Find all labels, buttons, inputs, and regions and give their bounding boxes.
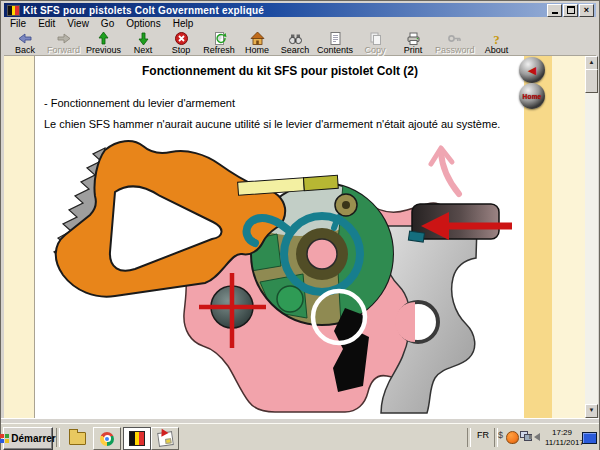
- menu-edit[interactable]: Edit: [32, 18, 61, 29]
- display-tray-icon[interactable]: [582, 432, 597, 444]
- lower-pin: [277, 286, 303, 312]
- menu-file[interactable]: File: [4, 18, 32, 29]
- previous-button[interactable]: Previous: [83, 30, 124, 55]
- quicklaunch-help-app-button[interactable]: [123, 427, 151, 450]
- top-pin-center: [342, 201, 350, 209]
- arrow-down-icon: [136, 31, 151, 45]
- restore-icon: [567, 6, 575, 14]
- restore-button[interactable]: [563, 4, 578, 17]
- minimize-icon: [552, 12, 558, 14]
- binoculars-icon: [288, 31, 303, 45]
- document-page: Fonctionnement du kit SFS pour pistolet …: [34, 56, 525, 418]
- stop-button[interactable]: Stop: [162, 30, 200, 55]
- tray-divider-left: [467, 428, 471, 447]
- start-label: Démarrer: [11, 433, 55, 444]
- tray-date: 11/11/2017: [545, 438, 579, 448]
- start-button[interactable]: Démarrer: [3, 427, 53, 450]
- scroll-up-button[interactable]: ▲: [585, 56, 598, 70]
- toolbar: Back Forward Previous Next Stop Refresh …: [4, 30, 596, 56]
- rotation-arrow: [431, 148, 459, 194]
- taskbar: Démarrer FR $ 17:29 11/11/2017: [1, 423, 599, 450]
- password-button[interactable]: Password: [432, 30, 478, 55]
- printer-icon: [406, 31, 421, 45]
- close-button[interactable]: ×: [579, 4, 594, 17]
- tray-currency-icon[interactable]: $: [498, 430, 503, 440]
- desktop-screen: Kit SFS pour pistolets Colt Government e…: [0, 0, 600, 450]
- arrow-up-icon: [96, 31, 111, 45]
- back-button[interactable]: Back: [6, 30, 44, 55]
- about-button[interactable]: ? About: [478, 30, 516, 55]
- minimize-button[interactable]: [547, 4, 562, 17]
- belgian-flag-app-icon: [129, 431, 145, 446]
- red-back-arrow-icon: ◀: [528, 65, 536, 76]
- body-line-1: - Fonctionnement du levier d'armement: [44, 97, 235, 109]
- chrome-icon: [100, 432, 114, 446]
- vertical-scrollbar[interactable]: ▲ ▼: [585, 56, 598, 418]
- body-line-2: Le chien SFS hammer n'aurait aucune util…: [44, 118, 500, 130]
- tray-time: 17:29: [545, 428, 579, 438]
- forward-icon: [56, 31, 71, 45]
- svg-text:?: ?: [493, 31, 500, 46]
- print-button[interactable]: Print: [394, 30, 432, 55]
- round-home-button[interactable]: Home: [519, 83, 545, 109]
- menu-bar: File Edit View Go Options Help: [4, 17, 596, 30]
- axle-hole: [307, 239, 337, 269]
- quicklaunch-folder-button[interactable]: [63, 427, 91, 450]
- scrollbar-thumb[interactable]: [585, 69, 598, 93]
- thumb-pad: [412, 204, 499, 239]
- menu-view[interactable]: View: [61, 18, 95, 29]
- quicklaunch-setup-button[interactable]: [151, 427, 179, 450]
- quicklaunch-chrome-button[interactable]: [93, 427, 121, 450]
- menu-options[interactable]: Options: [120, 18, 166, 29]
- scroll-down-button[interactable]: ▼: [585, 404, 598, 418]
- home-button[interactable]: Home: [238, 30, 276, 55]
- refresh-button[interactable]: Refresh: [200, 30, 238, 55]
- menu-help[interactable]: Help: [167, 18, 200, 29]
- stop-icon: [174, 31, 189, 45]
- contents-icon: [328, 31, 343, 45]
- forward-button[interactable]: Forward: [44, 30, 83, 55]
- gold-margin-strip: [524, 56, 552, 418]
- language-indicator[interactable]: FR: [473, 430, 493, 440]
- copy-button[interactable]: Copy: [356, 30, 394, 55]
- search-button[interactable]: Search: [276, 30, 314, 55]
- round-home-label: Home: [523, 93, 542, 100]
- folder-icon: [69, 432, 86, 445]
- app-icon: [7, 5, 20, 16]
- antivirus-tray-icon[interactable]: [506, 431, 519, 444]
- windows-logo-icon: [0, 434, 9, 444]
- content-area: Fonctionnement du kit SFS pour pistolet …: [4, 56, 596, 418]
- round-back-button[interactable]: ◀: [519, 57, 545, 83]
- cream-margin-strip: [552, 56, 585, 418]
- key-icon: [447, 31, 462, 45]
- menu-go[interactable]: Go: [95, 18, 120, 29]
- taskbar-divider: [56, 428, 60, 447]
- tray-clock[interactable]: 17:29 11/11/2017: [545, 428, 579, 448]
- window-title: Kit SFS pour pistolets Colt Government e…: [23, 5, 546, 16]
- titlebar: Kit SFS pour pistolets Colt Government e…: [4, 3, 596, 17]
- setup-page-icon: [157, 431, 174, 447]
- page-title: Fonctionnement du kit SFS pour pistolet …: [35, 64, 525, 78]
- copy-icon: [368, 31, 383, 45]
- next-button[interactable]: Next: [124, 30, 162, 55]
- home-icon: [250, 31, 265, 45]
- teal-pin: [408, 231, 424, 242]
- refresh-icon: [212, 31, 227, 45]
- pistol-mechanism-diagram: [35, 134, 525, 416]
- volume-tray-icon[interactable]: [534, 433, 540, 441]
- contents-button[interactable]: Contents: [314, 30, 356, 55]
- back-icon: [18, 31, 33, 45]
- question-mark-icon: ?: [489, 31, 504, 45]
